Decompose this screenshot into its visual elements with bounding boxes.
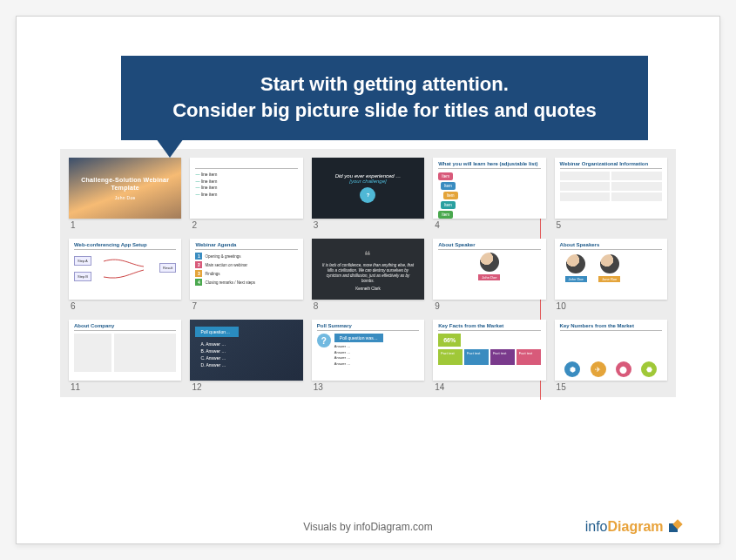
slide-thumb-4[interactable]: What you will learn here (adjustable lis… <box>433 158 545 219</box>
fact-cell: Fact text <box>517 349 541 365</box>
avatar-icon <box>600 254 619 273</box>
slide-3-highlight: [your challenge] <box>349 179 386 184</box>
logo-text-a: info <box>585 519 608 534</box>
agenda-text: Opening & greetings <box>205 254 240 259</box>
slide-grid: Challenge-Solution Webinar Template John… <box>60 149 676 397</box>
big-stat: 66% <box>438 334 461 347</box>
slide-thumb-6[interactable]: Web-conferencing App Setup Step A Step B… <box>69 239 181 300</box>
avatar-icon <box>480 253 499 272</box>
slide-number: 2 <box>190 219 302 233</box>
slide-thumb-5[interactable]: Webinar Organizational Information <box>555 158 667 219</box>
slide-cell: Did you ever experienced … [your challen… <box>312 158 424 233</box>
slide-cell: Key Numbers from the Market ⬢55% ✈70% ⬤4… <box>555 320 667 395</box>
agenda-num: 3 <box>195 270 202 277</box>
slide-number: 4 <box>433 219 545 233</box>
quote-mark-icon: ❝ <box>364 247 371 263</box>
slide-cell: About Company 11 <box>69 320 181 395</box>
agenda-num: 4 <box>195 279 202 286</box>
document-page: Start with getting attention. Consider b… <box>16 16 720 544</box>
stat-pct: 40% <box>616 380 631 381</box>
slide-1-title: Challenge-Solution Webinar Template <box>74 176 176 192</box>
slide-title: About Speakers <box>560 242 662 250</box>
callout-line-2: Consider big picture slide for titles an… <box>147 98 622 124</box>
speaker-name: Jane Roe <box>598 276 620 282</box>
slide-cell: Challenge-Solution Webinar Template John… <box>69 158 181 233</box>
slide-thumb-10[interactable]: About Speakers John Doe Jane Roe <box>555 239 667 300</box>
slide-thumb-13[interactable]: Poll Summary ? Poll question was… Answer… <box>312 320 424 381</box>
slide-thumb-14[interactable]: Key Facts from the Market 66% Fact text … <box>433 320 545 381</box>
slide-number: 9 <box>433 300 545 314</box>
slide-number: 13 <box>312 381 424 395</box>
question-mark-icon: ? <box>317 334 331 347</box>
slide-number: 14 <box>433 381 545 395</box>
logo-text-b: Diagram <box>608 519 664 534</box>
quote-text: It is lack of confidence, more than anyt… <box>321 263 415 283</box>
slide-title: Key Facts from the Market <box>438 323 540 331</box>
slide-cell: Webinar Agenda 1Opening & greetings 2Mai… <box>190 239 302 314</box>
bullet-list: line item line item line item line item <box>195 172 297 198</box>
slide-title: Key Numbers from the Market <box>560 323 662 331</box>
poll-options: A. Answer … B. Answer … C. Answer … D. A… <box>200 341 297 368</box>
slide-thumb-3[interactable]: Did you ever experienced … [your challen… <box>312 158 424 219</box>
answer: Answer … <box>334 361 419 367</box>
agenda-text: Findings <box>205 272 219 276</box>
slide-thumb-7[interactable]: Webinar Agenda 1Opening & greetings 2Mai… <box>190 239 302 300</box>
stat-icon: ✈ <box>591 361 606 377</box>
bullet: line item <box>195 179 297 186</box>
callout-line-1: Start with getting attention. <box>147 71 622 98</box>
slide-thumb-8[interactable]: ❝ It is lack of confidence, more than an… <box>312 239 424 300</box>
slide-cell: Web-conferencing App Setup Step A Step B… <box>69 239 181 314</box>
fact-cell: Fact text <box>438 349 463 365</box>
option: A. Answer … <box>200 341 297 347</box>
option: D. Answer … <box>200 361 297 368</box>
stat-pct: 60% <box>641 380 657 381</box>
fact-cell: Fact text <box>464 349 489 365</box>
slide-1-subtitle: John Doe <box>74 195 176 201</box>
slide-cell: About Speaker John Doe 9 <box>433 239 545 314</box>
slide-cell: Poll question… A. Answer … B. Answer … C… <box>190 320 302 395</box>
slide-number: 6 <box>69 300 181 314</box>
slide-thumb-1[interactable]: Challenge-Solution Webinar Template John… <box>69 158 181 219</box>
slide-number: 15 <box>555 381 667 395</box>
callout-banner: Start with getting attention. Consider b… <box>121 56 648 140</box>
slide-title: Poll Summary <box>317 323 419 331</box>
callout-tail <box>156 138 184 158</box>
slide-cell: Webinar Organizational Information 5 <box>555 158 667 233</box>
avatar-icon <box>566 254 585 273</box>
speaker-name: John Doe <box>478 274 500 280</box>
flow-boxes: Item Item Item Item Item <box>438 172 540 219</box>
slide-number: 1 <box>69 219 181 233</box>
poll-question: Poll question… <box>195 327 239 337</box>
slide-thumb-15[interactable]: Key Numbers from the Market ⬢55% ✈70% ⬤4… <box>555 320 667 381</box>
slide-cell: Poll Summary ? Poll question was… Answer… <box>312 320 424 395</box>
slide-number: 7 <box>190 300 302 314</box>
agenda-text: Closing remarks / Next steps <box>205 280 255 285</box>
slide-number: 10 <box>555 300 667 314</box>
slide-thumb-11[interactable]: About Company <box>69 320 181 381</box>
slide-cell: Key Facts from the Market 66% Fact text … <box>433 320 545 395</box>
agenda-num: 2 <box>195 261 202 268</box>
slide-cell: line item line item line item line item … <box>190 158 302 233</box>
slide-thumb-12[interactable]: Poll question… A. Answer … B. Answer … C… <box>190 320 302 381</box>
slide-number: 11 <box>69 381 181 395</box>
arrow-icon <box>69 239 181 300</box>
slide-number: 12 <box>190 381 302 395</box>
slide-thumb-2[interactable]: line item line item line item line item <box>190 158 302 219</box>
stat-pct: 70% <box>591 380 606 381</box>
option: B. Answer … <box>200 347 297 354</box>
slide-title: Webinar Agenda <box>195 242 297 250</box>
stat-icon: ⬢ <box>564 361 580 377</box>
quote-author: Kenneth Clark <box>355 287 381 292</box>
brand-logo: infoDiagram <box>585 519 685 535</box>
bullet: line item <box>195 172 297 179</box>
slide-thumb-9[interactable]: About Speaker John Doe <box>433 239 545 300</box>
slide-cell: About Speakers John Doe Jane Roe 10 <box>555 239 667 314</box>
question-mark-icon: ? <box>360 187 375 203</box>
agenda-num: 1 <box>195 253 202 260</box>
stat-icon: ⬤ <box>616 361 631 377</box>
slide-cell: ❝ It is lack of confidence, more than an… <box>312 239 424 314</box>
logo-mark-icon <box>669 522 685 534</box>
slide-number: 5 <box>555 219 667 233</box>
slide-title: About Company <box>74 323 176 331</box>
slide-title <box>195 161 297 169</box>
